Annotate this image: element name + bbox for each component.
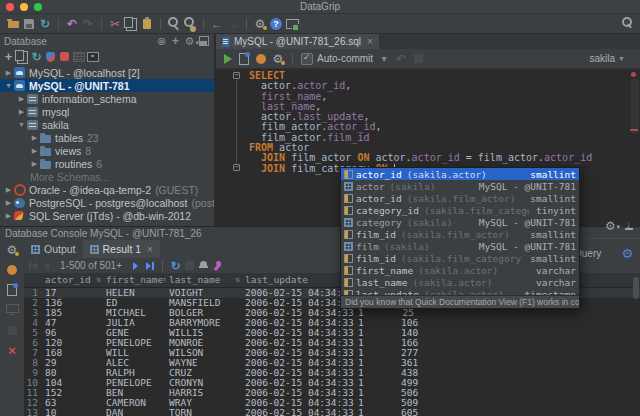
last-icon[interactable] <box>143 259 156 272</box>
reload-icon[interactable] <box>169 259 182 272</box>
console-icon[interactable] <box>86 50 99 63</box>
pin-icon[interactable] <box>211 259 224 272</box>
completion-item-last_name[interactable]: last_name(sakila.actor)varchar <box>341 276 579 288</box>
add-icon[interactable] <box>2 50 15 63</box>
wrench-icon[interactable] <box>4 242 20 258</box>
expand-arrow-icon[interactable]: ▶ <box>16 108 27 116</box>
export-icon[interactable] <box>284 16 300 32</box>
collapse-arrow-icon[interactable]: ▼ <box>16 121 27 128</box>
console-tab-output[interactable]: Output <box>24 240 83 258</box>
completion-item-category[interactable]: category(sakila)MySQL - @UNIT-781 <box>341 216 579 228</box>
tree-item-oracle-idea-qa-temp-2[interactable]: ▶Oracle - @idea-qa-temp-2(GUEST) <box>0 183 214 196</box>
doc-icon[interactable] <box>4 282 20 298</box>
tree-item-mysql-localhost-2[interactable]: ▶MySQL - @localhost [2] <box>0 66 214 79</box>
close-icon[interactable] <box>4 342 20 358</box>
collapse-icon[interactable] <box>155 35 168 48</box>
record-icon[interactable] <box>4 262 20 278</box>
cut-icon[interactable] <box>107 16 123 32</box>
completion-item-film_id[interactable]: film_id(sakila.film_actor)smallint <box>341 228 579 240</box>
paste-icon[interactable] <box>139 16 155 32</box>
tree-item-tables[interactable]: ▶tables23 <box>0 131 214 144</box>
copy-icon[interactable] <box>123 16 139 32</box>
table-row[interactable]: 3185MICHAELBOLGER2006-02-15 04:34:33125 <box>24 308 640 318</box>
editor-scrollbar[interactable] <box>631 79 639 134</box>
tree-item-sakila[interactable]: ▼sakila <box>0 118 214 131</box>
column-header-first_name[interactable]: first_name⇅ <box>103 273 166 287</box>
table-row[interactable]: 10104PENELOPECRONYN2006-02-15 04:34:3314… <box>24 378 640 388</box>
table-row[interactable]: 447JULIABARRYMORE2006-02-15 04:34:331106 <box>24 318 640 328</box>
editor-tab[interactable]: MySQL - @UNIT-781_26.sql × <box>216 34 379 49</box>
column-header-last_name[interactable]: last_name⇅ <box>166 273 242 287</box>
bell-icon[interactable] <box>197 259 210 272</box>
completion-item-film_id[interactable]: film_id(sakila.film_category)smallint <box>341 252 579 264</box>
tree-item-postgresql-postgres-localhost[interactable]: ▶PostgreSQL - postgres@localhost(postgre… <box>0 196 214 209</box>
table-row[interactable]: 11152BENHARRIS2006-02-15 04:34:331506 <box>24 388 640 398</box>
plan-icon[interactable] <box>236 51 252 67</box>
next-icon[interactable] <box>129 259 142 272</box>
tab-close-icon[interactable]: × <box>367 36 373 47</box>
completion-item-actor_id[interactable]: actor_id(sakila.actor)smallint <box>341 168 579 180</box>
wrench-icon[interactable] <box>270 51 286 67</box>
stop-icon[interactable] <box>58 50 71 63</box>
chevron-icon[interactable] <box>376 51 392 67</box>
save-all-icon[interactable] <box>21 16 37 32</box>
column-header-last_update[interactable]: last_update⇅ <box>242 273 355 287</box>
gearsm-icon[interactable] <box>183 35 196 48</box>
expand-arrow-icon[interactable]: ▶ <box>29 147 40 155</box>
tree-item-more-schemas[interactable]: More Schemas... <box>0 170 214 183</box>
completion-item-film[interactable]: film(sakila)MySQL - @UNIT-781 <box>341 240 579 252</box>
tree-item-mysql-unit-781[interactable]: ▼MySQL - @UNIT-781 <box>0 79 214 92</box>
completion-item-first_name[interactable]: first_name(sakila.actor)varchar <box>341 264 579 276</box>
gear-icon[interactable] <box>604 219 617 232</box>
sync-icon[interactable] <box>37 16 53 32</box>
completion-item-actor[interactable]: actor(sakila)MySQL - @UNIT-781 <box>341 180 579 192</box>
open-icon[interactable] <box>5 16 21 32</box>
hide-icon[interactable] <box>197 35 210 48</box>
expand-arrow-icon[interactable]: ▶ <box>3 69 14 77</box>
completion-item-last_update[interactable]: last_update(sakila.actor)timestamp <box>341 288 579 295</box>
expand-arrow-icon[interactable]: ▶ <box>29 160 40 168</box>
search-icon[interactable] <box>622 17 635 30</box>
expand-arrow-icon[interactable]: ▶ <box>3 186 14 194</box>
table-row[interactable]: 829ALECWAYNE2006-02-15 04:34:331361 <box>24 358 640 368</box>
schema-selector[interactable]: sakila ▼ <box>589 53 625 64</box>
find-icon[interactable] <box>166 16 182 32</box>
undo-icon[interactable] <box>64 16 80 32</box>
grid-scrollbar[interactable] <box>633 277 639 299</box>
tree-item-views[interactable]: ▶views8 <box>0 144 214 157</box>
expand-arrow-icon[interactable]: ▶ <box>16 95 27 103</box>
properties-icon[interactable] <box>44 50 57 63</box>
tree-item-sql-server-jtds-db-win-2012[interactable]: ▶SQL Server (jTds) - @db-win-2012 <box>0 209 214 222</box>
replace-icon[interactable] <box>182 16 198 32</box>
locate-icon[interactable] <box>169 35 182 48</box>
table-row[interactable]: 1310DANTORN2006-02-15 04:34:331605 <box>24 408 640 416</box>
expand-arrow-icon[interactable]: ▶ <box>3 212 14 220</box>
download-icon[interactable] <box>622 219 635 232</box>
tree-item-mysql[interactable]: ▶mysql <box>0 105 214 118</box>
help-icon[interactable] <box>270 18 282 30</box>
column-header-actor_id[interactable]: actor_id⇅ <box>42 273 103 287</box>
table-row[interactable]: 596GENEWILLIS2006-02-15 04:34:331140 <box>24 328 640 338</box>
expand-arrow-icon[interactable]: ▶ <box>29 134 40 142</box>
completion-item-category_id[interactable]: category_id(sakila.film_category)tinyint <box>341 204 579 216</box>
table-row[interactable]: 6120PENELOPEMONROE2006-02-15 04:34:33116… <box>24 338 640 348</box>
collapse-arrow-icon[interactable]: ▼ <box>3 82 14 89</box>
completion-item-actor_id[interactable]: actor_id(sakila.film_actor)smallint <box>341 192 579 204</box>
sync-icon[interactable] <box>30 50 43 63</box>
session-icon[interactable] <box>253 51 269 67</box>
back-icon[interactable] <box>209 16 225 32</box>
console-tab-result-1[interactable]: Result 1× <box>83 240 160 258</box>
sort-icon[interactable]: ⇅ <box>235 273 240 287</box>
fold-marker-icon[interactable]: − <box>233 72 240 79</box>
sort-icon[interactable]: ⇅ <box>96 273 101 287</box>
auto-commit-checkbox[interactable] <box>301 53 313 65</box>
tree-item-information-schema[interactable]: ▶information_schema <box>0 92 214 105</box>
settings-icon[interactable] <box>252 16 268 32</box>
expand-arrow-icon[interactable]: ▶ <box>3 199 14 207</box>
table-row[interactable]: 7168WILLWILSON2006-02-15 04:34:331277 <box>24 348 640 358</box>
table-row[interactable]: 1263CAMERONWRAY2006-02-15 04:34:331509 <box>24 398 640 408</box>
auto-commit-control[interactable]: Auto-commit <box>301 53 373 65</box>
table-row[interactable]: 980RALPHCRUZ2006-02-15 04:34:331438 <box>24 368 640 378</box>
gear-icon[interactable] <box>619 245 635 261</box>
tree-item-routines[interactable]: ▶routines6 <box>0 157 214 170</box>
